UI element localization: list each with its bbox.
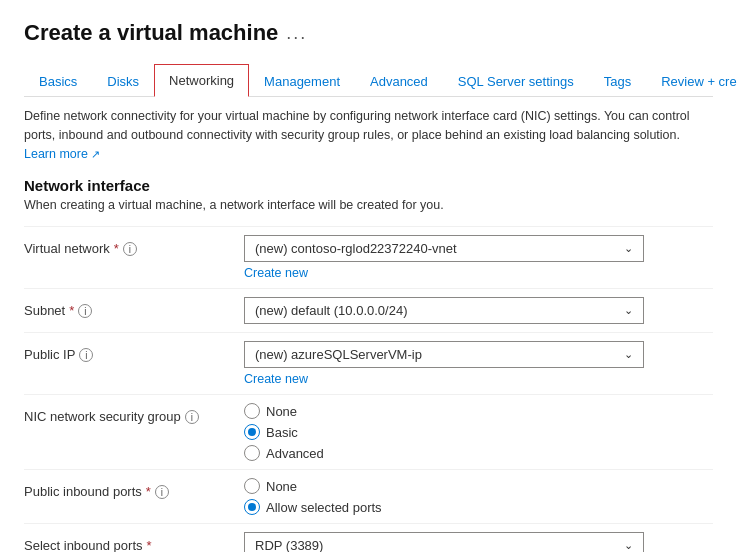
nic-security-group-options: None Basic Advanced [244, 403, 713, 461]
nic-security-group-label: NIC network security group [24, 409, 181, 424]
public-inbound-ports-options: None Allow selected ports [244, 478, 713, 515]
nic-security-none-label: None [266, 404, 297, 419]
public-inbound-ports-info-icon[interactable]: i [155, 485, 169, 499]
public-ip-label: Public IP [24, 347, 75, 362]
public-ip-row: Public IP i (new) azureSQLServerVM-ip ⌄ … [24, 332, 713, 394]
nic-security-none-option[interactable]: None [244, 403, 713, 419]
public-inbound-ports-label: Public inbound ports [24, 484, 142, 499]
nic-security-advanced-radio[interactable] [244, 445, 260, 461]
tab-disks[interactable]: Disks [92, 65, 154, 97]
nic-security-group-row: NIC network security group i None Basic … [24, 394, 713, 469]
select-inbound-ports-dropdown-arrow: ⌄ [624, 539, 633, 552]
public-inbound-ports-required: * [146, 484, 151, 499]
tab-tags[interactable]: Tags [589, 65, 646, 97]
tab-sql-server[interactable]: SQL Server settings [443, 65, 589, 97]
subnet-dropdown[interactable]: (new) default (10.0.0.0/24) ⌄ [244, 297, 644, 324]
select-inbound-ports-required: * [147, 538, 152, 552]
virtual-network-info-icon[interactable]: i [123, 242, 137, 256]
nic-security-advanced-option[interactable]: Advanced [244, 445, 713, 461]
tab-advanced[interactable]: Advanced [355, 65, 443, 97]
page-title: Create a virtual machine [24, 20, 278, 46]
public-ip-info-icon[interactable]: i [79, 348, 93, 362]
virtual-network-create-new[interactable]: Create new [244, 266, 713, 280]
tab-management[interactable]: Management [249, 65, 355, 97]
nic-security-basic-label: Basic [266, 425, 298, 440]
inbound-none-option[interactable]: None [244, 478, 713, 494]
nic-security-group-info-icon[interactable]: i [185, 410, 199, 424]
public-inbound-ports-row: Public inbound ports * i None Allow sele… [24, 469, 713, 523]
nic-security-advanced-label: Advanced [266, 446, 324, 461]
virtual-network-dropdown-arrow: ⌄ [624, 242, 633, 255]
virtual-network-label: Virtual network [24, 241, 110, 256]
tab-basics[interactable]: Basics [24, 65, 92, 97]
subnet-info-icon[interactable]: i [78, 304, 92, 318]
nic-security-none-radio[interactable] [244, 403, 260, 419]
page-options-button[interactable]: ... [286, 23, 307, 44]
description-text: Define network connectivity for your vir… [24, 107, 713, 163]
nic-security-basic-option[interactable]: Basic [244, 424, 713, 440]
public-ip-create-new[interactable]: Create new [244, 372, 713, 386]
subnet-row: Subnet * i (new) default (10.0.0.0/24) ⌄ [24, 288, 713, 332]
inbound-allow-option[interactable]: Allow selected ports [244, 499, 713, 515]
external-link-icon: ↗ [91, 146, 100, 163]
tab-networking[interactable]: Networking [154, 64, 249, 97]
section-title: Network interface [24, 177, 713, 194]
public-ip-dropdown-arrow: ⌄ [624, 348, 633, 361]
nic-security-basic-radio[interactable] [244, 424, 260, 440]
section-desc: When creating a virtual machine, a netwo… [24, 198, 713, 212]
select-inbound-ports-label: Select inbound ports [24, 538, 143, 552]
virtual-network-dropdown[interactable]: (new) contoso-rglod22372240-vnet ⌄ [244, 235, 644, 262]
inbound-none-label: None [266, 479, 297, 494]
virtual-network-row: Virtual network * i (new) contoso-rglod2… [24, 226, 713, 288]
public-ip-dropdown[interactable]: (new) azureSQLServerVM-ip ⌄ [244, 341, 644, 368]
virtual-network-required: * [114, 241, 119, 256]
learn-more-link[interactable]: Learn more ↗ [24, 145, 100, 164]
select-inbound-ports-dropdown[interactable]: RDP (3389) ⌄ [244, 532, 644, 552]
select-inbound-ports-row: Select inbound ports * RDP (3389) ⌄ [24, 523, 713, 552]
inbound-allow-radio[interactable] [244, 499, 260, 515]
tab-review-create[interactable]: Review + create [646, 65, 737, 97]
tabs-nav: Basics Disks Networking Management Advan… [24, 64, 713, 97]
subnet-required: * [69, 303, 74, 318]
subnet-dropdown-arrow: ⌄ [624, 304, 633, 317]
inbound-none-radio[interactable] [244, 478, 260, 494]
inbound-allow-label: Allow selected ports [266, 500, 382, 515]
subnet-label: Subnet [24, 303, 65, 318]
